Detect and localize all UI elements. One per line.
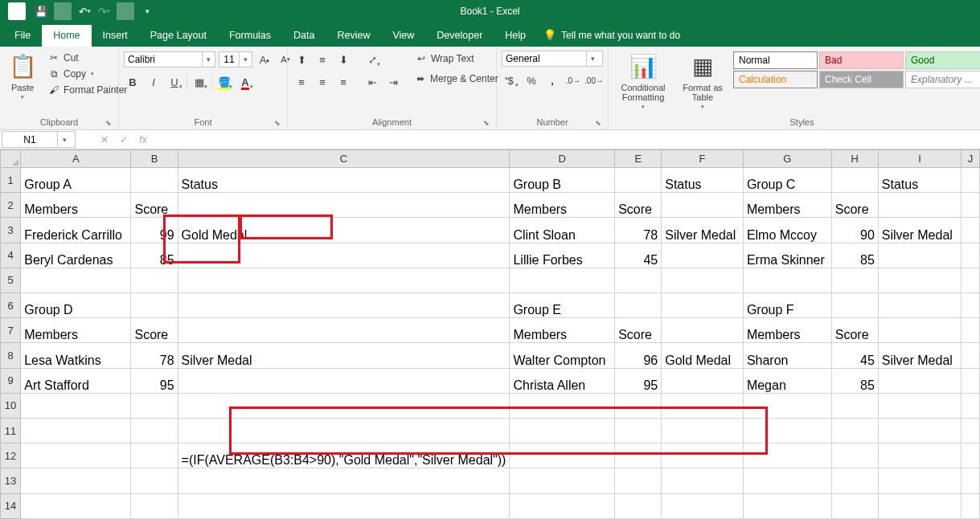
spreadsheet-grid[interactable]: ABCDEFGHIJ 1Group AStatusGroup BStatusGr… <box>0 149 980 519</box>
format-as-table-button[interactable]: ▦ Format as Table▾ <box>678 51 728 112</box>
cell[interactable]: 45 <box>831 343 878 368</box>
cell[interactable] <box>878 443 961 468</box>
cell[interactable] <box>178 468 510 493</box>
style-normal[interactable]: Normal <box>733 51 818 69</box>
cell[interactable] <box>615 493 662 518</box>
cell[interactable] <box>662 318 744 343</box>
underline-button[interactable]: U▾ <box>166 73 183 91</box>
cell[interactable]: Status <box>178 168 510 193</box>
align-top-icon[interactable]: ⬆ <box>293 51 310 68</box>
column-header[interactable]: I <box>878 150 961 168</box>
launcher-icon[interactable]: ⬊ <box>105 119 112 127</box>
cell[interactable] <box>178 318 510 343</box>
cell[interactable]: Group F <box>743 293 831 318</box>
cell[interactable] <box>21 468 131 493</box>
increase-indent-icon[interactable]: ⇥ <box>384 73 402 91</box>
font-name-combo[interactable]: ▾ <box>124 51 215 67</box>
cell[interactable] <box>878 468 961 493</box>
cell[interactable] <box>615 443 662 468</box>
cell[interactable]: 45 <box>615 243 662 268</box>
enter-formula-icon[interactable]: ✓ <box>114 134 133 145</box>
cell[interactable] <box>131 393 178 418</box>
column-header[interactable]: J <box>962 150 980 168</box>
cell[interactable]: Group C <box>743 168 831 193</box>
row-header[interactable]: 6 <box>1 293 21 318</box>
cell[interactable]: Members <box>21 193 131 218</box>
cell[interactable] <box>615 168 662 193</box>
tab-file[interactable]: File <box>3 25 42 47</box>
cell[interactable]: 99 <box>131 218 178 243</box>
cell[interactable] <box>962 468 980 493</box>
cell[interactable]: Frederick Carrillo <box>21 218 131 243</box>
chevron-down-icon[interactable]: ▾ <box>57 132 72 147</box>
cell[interactable] <box>743 419 831 443</box>
cell[interactable] <box>662 368 744 393</box>
cell[interactable] <box>878 368 961 393</box>
cell[interactable] <box>962 168 980 193</box>
cell[interactable] <box>831 468 878 493</box>
cell[interactable]: Sharon <box>743 343 831 368</box>
cell[interactable] <box>131 419 178 443</box>
cell[interactable] <box>510 393 615 418</box>
cell[interactable] <box>131 268 178 292</box>
cell[interactable]: Silver Medal <box>878 343 961 368</box>
cell[interactable] <box>21 493 131 518</box>
paste-button[interactable]: 📋 Paste ▾ <box>5 51 40 102</box>
comma-format-button[interactable]: , <box>543 72 561 89</box>
cell[interactable]: Gold Medal <box>662 343 744 368</box>
cell[interactable] <box>831 443 878 468</box>
cell[interactable] <box>131 468 178 493</box>
cell[interactable]: Members <box>743 193 831 218</box>
row-header[interactable]: 3 <box>1 218 21 243</box>
cell[interactable] <box>615 268 662 292</box>
cell[interactable] <box>510 419 615 443</box>
increase-decimal-button[interactable]: .0→ <box>564 72 582 89</box>
cell[interactable]: Group A <box>21 168 131 193</box>
cell[interactable] <box>178 368 510 393</box>
formula-input[interactable] <box>154 130 980 149</box>
cell[interactable] <box>178 243 510 268</box>
cell[interactable] <box>662 243 744 268</box>
cell[interactable] <box>831 419 878 443</box>
cell[interactable] <box>662 393 744 418</box>
fill-color-button[interactable]: 🪣▾ <box>215 73 233 91</box>
cell[interactable]: Walter Compton <box>510 343 615 368</box>
cell[interactable]: =(IF(AVERAGE(B3:B4>90),"Gold Medal","Sil… <box>178 443 510 468</box>
row-header[interactable]: 9 <box>1 368 21 393</box>
cell[interactable] <box>962 343 980 368</box>
qat-customize-icon[interactable]: ▾ <box>138 2 156 20</box>
cell[interactable] <box>878 318 961 343</box>
cell[interactable]: Score <box>131 318 178 343</box>
cell[interactable] <box>743 443 831 468</box>
cut-button[interactable]: ✂Cut <box>45 51 129 65</box>
cell[interactable] <box>878 419 961 443</box>
percent-format-button[interactable]: % <box>523 72 540 89</box>
cell[interactable] <box>662 268 744 292</box>
cell-styles-gallery[interactable]: Normal Bad Good Calculation Check Cell E… <box>732 51 980 89</box>
cell[interactable] <box>21 268 131 292</box>
column-header[interactable]: G <box>743 150 831 168</box>
style-check-cell[interactable]: Check Cell <box>819 71 904 88</box>
row-header[interactable]: 8 <box>1 343 21 368</box>
row-header[interactable]: 14 <box>1 493 21 518</box>
number-format-combo[interactable]: ▾ <box>502 51 603 67</box>
style-bad[interactable]: Bad <box>819 51 904 69</box>
tab-formulas[interactable]: Formulas <box>218 25 282 47</box>
cell[interactable]: 78 <box>615 218 662 243</box>
cell[interactable] <box>131 168 178 193</box>
cell[interactable] <box>615 293 662 318</box>
style-calculation[interactable]: Calculation <box>733 71 818 88</box>
cell[interactable] <box>878 193 961 218</box>
cell[interactable]: Erma Skinner <box>743 243 831 268</box>
cell[interactable] <box>178 193 510 218</box>
cell[interactable]: Silver Medal <box>662 218 744 243</box>
cell[interactable] <box>962 218 980 243</box>
row-header[interactable]: 7 <box>1 318 21 343</box>
align-bottom-icon[interactable]: ⬇ <box>334 51 352 68</box>
cell[interactable]: 90 <box>831 218 878 243</box>
name-box[interactable]: ▾ <box>2 131 76 148</box>
cell[interactable]: Members <box>21 318 131 343</box>
cell[interactable] <box>21 393 131 418</box>
column-header[interactable]: E <box>615 150 662 168</box>
redo-icon[interactable]: ↷▾ <box>95 2 113 20</box>
